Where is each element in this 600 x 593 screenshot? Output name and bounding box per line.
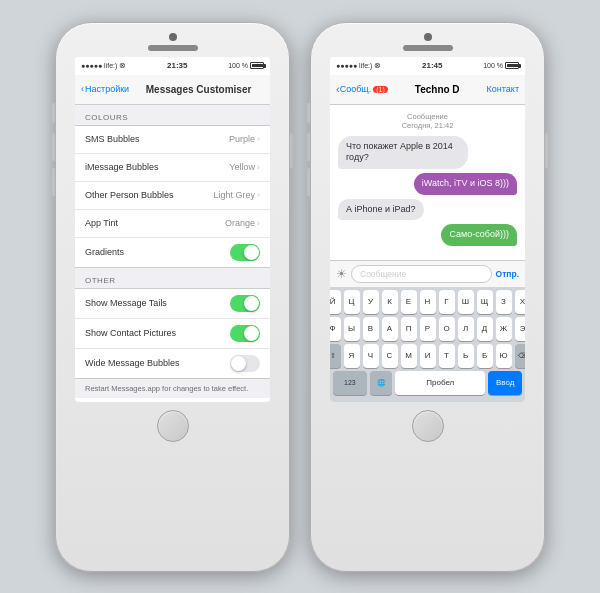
keyboard[interactable]: Й Ц У К Е Н Г Ш Щ З Х Ф Ы В А П [330, 287, 525, 402]
sms-bubbles-text: Purple [229, 134, 255, 144]
key-globe[interactable]: 🌐 [370, 371, 393, 395]
volume-up-button[interactable] [52, 133, 55, 161]
contact-button[interactable]: Контакт [487, 84, 519, 94]
key-р[interactable]: Р [420, 317, 436, 341]
keyboard-row-1: Й Ц У К Е Н Г Ш Щ З Х [333, 290, 522, 314]
other-person-label: Other Person Bubbles [85, 190, 174, 200]
messages-screen-container: ●●●●● life:) ⊗ 21:45 100 % ‹ Сообщ. (1) [330, 57, 525, 402]
back-button[interactable]: ‹ Настройки [81, 84, 129, 94]
key-з[interactable]: З [496, 290, 512, 314]
key-у[interactable]: У [363, 290, 379, 314]
volume-down-button[interactable] [52, 168, 55, 196]
key-е[interactable]: Е [401, 290, 417, 314]
key-delete[interactable]: ⌫ [515, 344, 526, 368]
key-ц[interactable]: Ц [344, 290, 360, 314]
phone-messages: ●●●●● life:) ⊗ 21:45 100 % ‹ Сообщ. (1) [310, 22, 545, 572]
key-ч[interactable]: Ч [363, 344, 379, 368]
key-и[interactable]: И [420, 344, 436, 368]
bubble-row-4: Само-собой))) [338, 224, 517, 246]
camera-lens [169, 33, 177, 41]
camera-button[interactable]: ☀ [336, 267, 347, 281]
gradients-toggle[interactable] [230, 244, 260, 261]
messages-back-button[interactable]: ‹ Сообщ. (1) [336, 83, 388, 95]
gradients-row[interactable]: Gradients [75, 238, 270, 267]
key-с[interactable]: С [382, 344, 398, 368]
key-й[interactable]: Й [330, 290, 341, 314]
other-person-bubbles-row[interactable]: Other Person Bubbles Light Grey › [75, 182, 270, 210]
status-bar: ●●●●● life:) ⊗ 21:35 100 % [75, 57, 270, 75]
battery-label: 100 % [228, 62, 248, 69]
key-space[interactable]: Пробел [395, 371, 485, 395]
key-return[interactable]: Ввод [488, 371, 522, 395]
key-т[interactable]: Т [439, 344, 455, 368]
key-к[interactable]: К [382, 290, 398, 314]
key-ш[interactable]: Ш [458, 290, 474, 314]
key-я[interactable]: Я [344, 344, 360, 368]
carrier-label2: ●●●●● life:) [336, 62, 372, 69]
power-button2[interactable] [545, 133, 548, 168]
key-а[interactable]: А [382, 317, 398, 341]
key-ж[interactable]: Ж [496, 317, 512, 341]
send-button[interactable]: Отпр. [496, 269, 519, 279]
key-в[interactable]: В [363, 317, 379, 341]
imessage-bubbles-text: Yellow [229, 162, 255, 172]
phone-top [56, 23, 289, 51]
phone-settings: ●●●●● life:) ⊗ 21:35 100 % ‹ Настройки M… [55, 22, 290, 572]
key-ы[interactable]: Ы [344, 317, 360, 341]
key-б[interactable]: Б [477, 344, 493, 368]
key-щ[interactable]: Щ [477, 290, 493, 314]
carrier-label: ●●●●● life:) [81, 62, 117, 69]
app-tint-value: Orange › [225, 218, 260, 228]
key-shift[interactable]: ⇧ [330, 344, 341, 368]
key-ю[interactable]: Ю [496, 344, 512, 368]
page-title: Messages Customiser [133, 84, 264, 95]
key-123[interactable]: 123 [333, 371, 367, 395]
volume-up-button2[interactable] [307, 133, 310, 161]
wide-bubbles-toggle[interactable] [230, 355, 260, 372]
key-о[interactable]: О [439, 317, 455, 341]
sms-bubbles-value: Purple › [229, 134, 260, 144]
key-н[interactable]: Н [420, 290, 436, 314]
key-э[interactable]: Э [515, 317, 526, 341]
imessage-bubbles-row[interactable]: iMessage Bubbles Yellow › [75, 154, 270, 182]
key-ь[interactable]: Ь [458, 344, 474, 368]
show-message-tails-label: Show Message Tails [85, 298, 167, 308]
chevron-icon3: › [257, 190, 260, 200]
phone-top2 [311, 23, 544, 51]
battery-icon [250, 62, 264, 69]
mute-button[interactable] [52, 103, 55, 123]
sent-bubble-1: iWatch, iTV и iOS 8))) [414, 173, 517, 195]
home-button2[interactable] [412, 410, 444, 442]
chevron-icon: › [257, 134, 260, 144]
power-button[interactable] [290, 133, 293, 168]
other-section-header: OTHER [75, 268, 270, 288]
app-tint-row[interactable]: App Tint Orange › [75, 210, 270, 238]
key-п[interactable]: П [401, 317, 417, 341]
mute-button2[interactable] [307, 103, 310, 123]
show-contact-pictures-toggle[interactable] [230, 325, 260, 342]
chevron-icon4: › [257, 218, 260, 228]
home-button[interactable] [157, 410, 189, 442]
messages-badge: (1) [373, 86, 388, 93]
volume-down-button2[interactable] [307, 168, 310, 196]
settings-footer: Restart Messages.app for changes to take… [75, 379, 270, 398]
show-message-tails-row[interactable]: Show Message Tails [75, 289, 270, 319]
message-text-1: Что покажет Apple в 2014 году? [346, 141, 453, 163]
key-г[interactable]: Г [439, 290, 455, 314]
show-message-tails-toggle[interactable] [230, 295, 260, 312]
key-ф[interactable]: Ф [330, 317, 341, 341]
chat-messages: Сообщение Сегодня, 21:42 Что покажет App… [330, 105, 525, 260]
time-display: 21:35 [167, 61, 187, 70]
wide-message-bubbles-row[interactable]: Wide Message Bubbles [75, 349, 270, 378]
speaker-grille2 [403, 45, 453, 51]
key-м[interactable]: М [401, 344, 417, 368]
key-л[interactable]: Л [458, 317, 474, 341]
other-person-value: Light Grey › [213, 190, 260, 200]
key-х[interactable]: Х [515, 290, 526, 314]
sms-bubbles-row[interactable]: SMS Bubbles Purple › [75, 126, 270, 154]
message-input-field[interactable]: Сообщение [351, 265, 492, 283]
messages-status-bar: ●●●●● life:) ⊗ 21:45 100 % [330, 57, 525, 75]
key-д[interactable]: Д [477, 317, 493, 341]
settings-screen: ●●●●● life:) ⊗ 21:35 100 % ‹ Настройки M… [75, 57, 270, 402]
show-contact-pictures-row[interactable]: Show Contact Pictures [75, 319, 270, 349]
